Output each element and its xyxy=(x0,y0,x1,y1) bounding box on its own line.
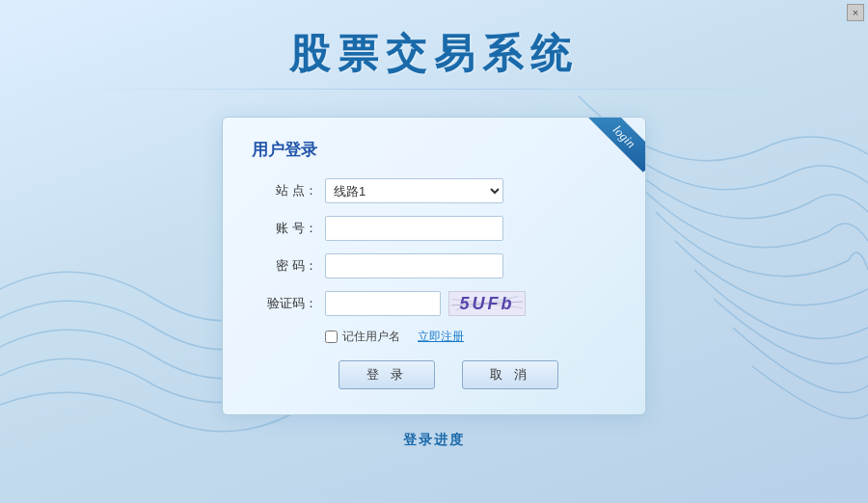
captcha-text: 5UFb xyxy=(460,294,515,314)
remember-row: 记住用户名 立即注册 xyxy=(252,329,616,345)
title-area: 股票交易系统 xyxy=(0,0,868,99)
captcha-image[interactable]: 5UFb xyxy=(448,291,526,316)
login-button[interactable]: 登 录 xyxy=(339,360,435,389)
password-row: 密 码： xyxy=(252,253,616,278)
captcha-row: 验证码： 5UFb xyxy=(252,291,616,316)
button-row: 登 录 取 消 xyxy=(252,360,616,389)
station-select[interactable]: 线路1 线路2 线路3 xyxy=(325,178,503,203)
login-ribbon-label: login xyxy=(588,118,645,172)
footer-area: 登录进度 xyxy=(0,431,868,449)
card-title: 用户登录 xyxy=(252,139,616,161)
title-divider xyxy=(66,89,803,90)
account-label: 账 号： xyxy=(252,220,317,237)
password-input[interactable] xyxy=(325,253,503,278)
login-ribbon: login xyxy=(578,118,645,185)
password-label: 密 码： xyxy=(252,257,317,275)
captcha-label: 验证码： xyxy=(252,295,317,312)
account-row: 账 号： xyxy=(252,216,616,241)
remember-label: 记住用户名 xyxy=(342,329,400,345)
close-button[interactable]: × xyxy=(847,4,864,21)
progress-text: 登录进度 xyxy=(403,432,465,447)
register-link[interactable]: 立即注册 xyxy=(418,329,464,345)
cancel-button[interactable]: 取 消 xyxy=(462,360,558,389)
station-row: 站 点： 线路1 线路2 线路3 xyxy=(252,178,616,203)
station-label: 站 点： xyxy=(252,182,317,199)
captcha-input[interactable] xyxy=(325,291,441,316)
remember-checkbox[interactable] xyxy=(325,331,338,343)
main-title: 股票交易系统 xyxy=(0,27,868,81)
close-icon: × xyxy=(853,7,858,18)
login-card: login 用户登录 站 点： 线路1 线路2 线路3 账 号： 密 码： 验证… xyxy=(222,117,646,415)
account-input[interactable] xyxy=(325,216,503,241)
